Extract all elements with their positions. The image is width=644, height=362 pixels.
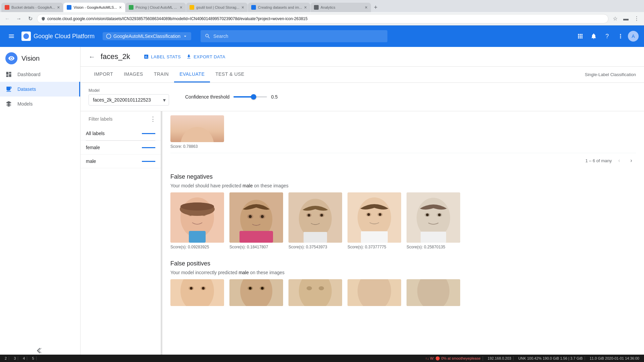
svg-point-57 bbox=[319, 286, 324, 290]
status-time: 11.0 GiB 2020-01-01 14:36:00 bbox=[588, 356, 641, 360]
apps-button[interactable] bbox=[574, 30, 586, 42]
tab-test-use[interactable]: TEST & USE bbox=[210, 67, 250, 82]
label-male[interactable]: male bbox=[80, 155, 161, 168]
status-3: 3 bbox=[12, 356, 18, 360]
label-all-bar bbox=[142, 133, 155, 134]
model-select[interactable]: faces_2k_20200101122523 bbox=[89, 94, 169, 106]
tab-favicon-6 bbox=[314, 5, 319, 10]
face-partial-pos-1 bbox=[170, 279, 224, 306]
header-icons: ? A bbox=[574, 30, 639, 42]
browser-tab-5[interactable]: Creating datasets and im... × bbox=[248, 3, 310, 12]
tab-title-5: Creating datasets and im... bbox=[258, 5, 302, 9]
confidence-slider-thumb bbox=[251, 94, 256, 100]
tab-import[interactable]: IMPORT bbox=[89, 67, 118, 82]
sidebar-item-dashboard[interactable]: Dashboard bbox=[0, 67, 80, 82]
tab-title-6: Analytics bbox=[321, 5, 363, 9]
forward-button[interactable]: → bbox=[14, 14, 23, 23]
tab-close-4[interactable]: × bbox=[241, 5, 244, 10]
pagination-next-button[interactable]: › bbox=[627, 156, 636, 165]
back-button[interactable]: ← bbox=[3, 14, 12, 23]
header-search[interactable]: Search bbox=[201, 30, 387, 42]
filter-labels-input[interactable] bbox=[89, 116, 147, 122]
classification-type-label: Single-Label Classification bbox=[585, 72, 636, 77]
settings-button[interactable] bbox=[614, 30, 627, 42]
face-svg-3 bbox=[288, 192, 342, 243]
sidebar-item-datasets[interactable]: Datasets bbox=[0, 82, 80, 97]
header-actions: LABEL STATS EXPORT DATA bbox=[144, 54, 225, 59]
bookmark-button[interactable]: ☆ bbox=[610, 14, 620, 23]
sidebar-item-dashboard-label: Dashboard bbox=[17, 72, 41, 77]
face-svg-5 bbox=[407, 192, 460, 243]
back-to-datasets-button[interactable]: ← bbox=[89, 53, 95, 61]
gcp-logo[interactable]: Google Cloud Platform bbox=[21, 32, 95, 41]
hamburger-menu[interactable] bbox=[5, 30, 17, 42]
gcp-title: Google Cloud Platform bbox=[34, 33, 95, 40]
export-data-button[interactable]: EXPORT DATA bbox=[186, 54, 225, 59]
tab-close-3[interactable]: × bbox=[180, 5, 182, 10]
tab-train[interactable]: TRAIN bbox=[149, 67, 174, 82]
false-neg-score-1: Score(s): 0.09283925 bbox=[170, 245, 224, 249]
svg-point-55 bbox=[299, 279, 332, 306]
false-neg-thumbnail-3 bbox=[288, 192, 342, 243]
confidence-slider[interactable] bbox=[233, 96, 267, 98]
false-pos-thumbnail-4 bbox=[347, 279, 401, 306]
tab-favicon-4 bbox=[190, 5, 194, 10]
new-tab-button[interactable]: + bbox=[371, 3, 381, 12]
browser-chrome: Bucket details - GoogleA... × Vision - G… bbox=[0, 0, 644, 25]
tab-evaluate[interactable]: EVALUATE bbox=[174, 67, 210, 82]
tab-title-3: Pricing | Cloud AutoML ... bbox=[136, 5, 178, 9]
svg-point-12 bbox=[180, 202, 214, 210]
browser-tab-3[interactable]: Pricing | Cloud AutoML ... × bbox=[125, 3, 186, 12]
tab-close-5[interactable]: × bbox=[304, 5, 307, 10]
url-bar[interactable]: console.cloud.google.com/vision/datasets… bbox=[37, 14, 608, 23]
tab-close-1[interactable]: × bbox=[57, 5, 60, 10]
svg-point-26 bbox=[320, 214, 323, 217]
tab-close-2[interactable]: × bbox=[119, 5, 122, 10]
false-pos-image-2 bbox=[229, 279, 283, 306]
user-avatar[interactable]: A bbox=[628, 31, 639, 42]
notifications-button[interactable] bbox=[588, 30, 600, 42]
false-negatives-section: False negatives Your model should have p… bbox=[170, 168, 636, 249]
dataset-title: faces_2k bbox=[101, 52, 130, 61]
svg-rect-41 bbox=[421, 232, 446, 243]
chart-icon bbox=[144, 54, 149, 59]
label-stats-button[interactable]: LABEL STATS bbox=[144, 54, 181, 59]
address-actions: ☆ ▬ ⋮ bbox=[610, 14, 641, 23]
status-2: 2 bbox=[3, 356, 9, 360]
label-male-text: male bbox=[86, 159, 142, 164]
face-svg-2 bbox=[229, 192, 283, 243]
label-female[interactable]: female bbox=[80, 141, 161, 155]
browser-tab-1[interactable]: Bucket details - GoogleA... × bbox=[1, 3, 63, 12]
tab-images[interactable]: IMAGES bbox=[118, 67, 148, 82]
tab-close-6[interactable]: × bbox=[365, 5, 368, 10]
confidence-threshold-label: Confidence threshold bbox=[185, 94, 229, 100]
more-button[interactable]: ⋮ bbox=[632, 14, 641, 23]
filter-more-button[interactable]: ⋮ bbox=[150, 115, 156, 123]
extensions-button[interactable]: ▬ bbox=[621, 14, 631, 23]
false-negatives-description: Your model should have predicted male on… bbox=[170, 183, 636, 192]
svg-rect-13 bbox=[189, 231, 206, 243]
false-negatives-bold: male bbox=[243, 183, 253, 188]
browser-tab-6[interactable]: Analytics × bbox=[311, 3, 371, 12]
resize-handle[interactable] bbox=[161, 111, 162, 362]
sidebar-item-models[interactable]: Models bbox=[0, 97, 80, 111]
label-female-text: female bbox=[86, 145, 142, 150]
search-icon bbox=[205, 33, 211, 39]
svg-point-40 bbox=[438, 214, 441, 216]
false-negatives-title: False negatives bbox=[170, 168, 636, 183]
svg-point-59 bbox=[358, 279, 391, 306]
false-neg-thumbnail-2 bbox=[229, 192, 283, 243]
label-all-labels[interactable]: All labels bbox=[80, 127, 161, 140]
browser-tab-4[interactable]: gsutil tool | Cloud Storag... × bbox=[186, 3, 248, 12]
pagination-prev-button[interactable]: ‹ bbox=[614, 156, 624, 165]
content-area: ← faces_2k LABEL STATS EXPORT DATA IMPO bbox=[80, 47, 644, 362]
false-pos-image-1 bbox=[170, 279, 224, 306]
status-ip: 192.168.0.203 bbox=[486, 356, 514, 360]
false-positives-image-grid bbox=[170, 279, 636, 306]
project-selector[interactable]: GoogleAutoMLSexClassification bbox=[103, 32, 191, 40]
browser-tab-2[interactable]: Vision - GoogleAutoMLS... × bbox=[63, 3, 125, 12]
model-label: Model bbox=[89, 88, 169, 93]
help-button[interactable]: ? bbox=[601, 30, 613, 42]
svg-point-25 bbox=[308, 214, 310, 217]
reload-button[interactable]: ↻ bbox=[25, 14, 35, 23]
